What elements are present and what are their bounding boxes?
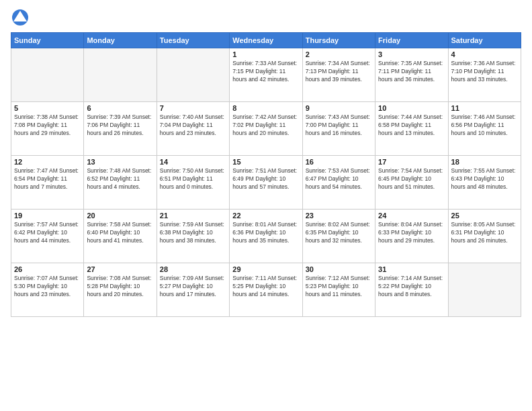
calendar-cell	[84, 48, 157, 102]
day-number: 14	[160, 158, 226, 166]
day-number: 1	[232, 50, 299, 58]
day-number: 21	[160, 212, 226, 220]
day-info: Sunrise: 7:09 AM Sunset: 5:27 PM Dayligh…	[160, 275, 226, 299]
week-row-4: 26Sunrise: 7:07 AM Sunset: 5:30 PM Dayli…	[11, 263, 521, 317]
day-info: Sunrise: 7:39 AM Sunset: 7:06 PM Dayligh…	[87, 113, 153, 138]
day-info: Sunrise: 7:12 AM Sunset: 5:23 PM Dayligh…	[306, 275, 372, 299]
day-info: Sunrise: 8:02 AM Sunset: 6:35 PM Dayligh…	[306, 221, 372, 245]
day-info: Sunrise: 7:35 AM Sunset: 7:11 PM Dayligh…	[378, 60, 445, 84]
day-info: Sunrise: 7:08 AM Sunset: 5:28 PM Dayligh…	[87, 275, 153, 299]
day-number: 9	[306, 104, 372, 112]
calendar-cell: 31Sunrise: 7:14 AM Sunset: 5:22 PM Dayli…	[375, 263, 448, 317]
day-info: Sunrise: 7:51 AM Sunset: 6:49 PM Dayligh…	[232, 167, 299, 191]
day-number: 25	[451, 212, 518, 220]
weekday-header-tuesday: Tuesday	[157, 33, 229, 48]
calendar-cell: 14Sunrise: 7:50 AM Sunset: 6:51 PM Dayli…	[157, 156, 229, 210]
day-info: Sunrise: 7:38 AM Sunset: 7:08 PM Dayligh…	[14, 113, 81, 138]
day-info: Sunrise: 7:57 AM Sunset: 6:42 PM Dayligh…	[14, 221, 81, 245]
day-number: 5	[14, 104, 81, 112]
calendar-cell: 4Sunrise: 7:36 AM Sunset: 7:10 PM Daylig…	[448, 48, 521, 102]
weekday-header-row: SundayMondayTuesdayWednesdayThursdayFrid…	[11, 33, 521, 48]
calendar-cell: 5Sunrise: 7:38 AM Sunset: 7:08 PM Daylig…	[11, 102, 84, 156]
day-number: 17	[378, 158, 445, 166]
day-number: 10	[378, 104, 445, 112]
day-info: Sunrise: 7:50 AM Sunset: 6:51 PM Dayligh…	[160, 167, 226, 191]
calendar-cell: 15Sunrise: 7:51 AM Sunset: 6:49 PM Dayli…	[230, 156, 302, 210]
calendar-cell: 29Sunrise: 7:11 AM Sunset: 5:25 PM Dayli…	[230, 263, 302, 317]
calendar-cell: 12Sunrise: 7:47 AM Sunset: 6:54 PM Dayli…	[11, 156, 84, 210]
calendar-cell: 10Sunrise: 7:44 AM Sunset: 6:58 PM Dayli…	[375, 102, 448, 156]
week-row-0: 1Sunrise: 7:33 AM Sunset: 7:15 PM Daylig…	[11, 48, 521, 102]
calendar-cell: 2Sunrise: 7:34 AM Sunset: 7:13 PM Daylig…	[302, 48, 375, 102]
day-number: 27	[87, 265, 153, 273]
day-info: Sunrise: 7:43 AM Sunset: 7:00 PM Dayligh…	[306, 113, 372, 138]
day-info: Sunrise: 8:04 AM Sunset: 6:33 PM Dayligh…	[378, 221, 445, 245]
day-info: Sunrise: 7:55 AM Sunset: 6:43 PM Dayligh…	[451, 167, 518, 191]
day-info: Sunrise: 7:59 AM Sunset: 6:38 PM Dayligh…	[160, 221, 226, 245]
weekday-header-sunday: Sunday	[11, 33, 84, 48]
day-info: Sunrise: 8:01 AM Sunset: 6:36 PM Dayligh…	[232, 221, 299, 245]
calendar-cell: 3Sunrise: 7:35 AM Sunset: 7:11 PM Daylig…	[375, 48, 448, 102]
calendar-cell: 9Sunrise: 7:43 AM Sunset: 7:00 PM Daylig…	[302, 102, 375, 156]
week-row-2: 12Sunrise: 7:47 AM Sunset: 6:54 PM Dayli…	[11, 156, 521, 210]
header	[11, 8, 521, 27]
calendar-cell: 25Sunrise: 8:05 AM Sunset: 6:31 PM Dayli…	[448, 210, 521, 263]
calendar-cell: 17Sunrise: 7:54 AM Sunset: 6:45 PM Dayli…	[375, 156, 448, 210]
day-info: Sunrise: 7:34 AM Sunset: 7:13 PM Dayligh…	[306, 60, 372, 84]
calendar-cell: 18Sunrise: 7:55 AM Sunset: 6:43 PM Dayli…	[448, 156, 521, 210]
day-info: Sunrise: 7:40 AM Sunset: 7:04 PM Dayligh…	[160, 113, 226, 138]
calendar-cell: 20Sunrise: 7:58 AM Sunset: 6:40 PM Dayli…	[84, 210, 157, 263]
calendar-cell	[157, 48, 229, 102]
day-number: 20	[87, 212, 153, 220]
day-info: Sunrise: 7:58 AM Sunset: 6:40 PM Dayligh…	[87, 221, 153, 245]
day-number: 11	[451, 104, 518, 112]
calendar-cell: 1Sunrise: 7:33 AM Sunset: 7:15 PM Daylig…	[230, 48, 302, 102]
calendar-cell: 30Sunrise: 7:12 AM Sunset: 5:23 PM Dayli…	[302, 263, 375, 317]
week-row-1: 5Sunrise: 7:38 AM Sunset: 7:08 PM Daylig…	[11, 102, 521, 156]
calendar-cell: 19Sunrise: 7:57 AM Sunset: 6:42 PM Dayli…	[11, 210, 84, 263]
logo-icon	[11, 8, 30, 27]
day-info: Sunrise: 7:11 AM Sunset: 5:25 PM Dayligh…	[232, 275, 299, 299]
page: SundayMondayTuesdayWednesdayThursdayFrid…	[0, 0, 532, 411]
day-info: Sunrise: 7:54 AM Sunset: 6:45 PM Dayligh…	[378, 167, 445, 191]
day-number: 13	[87, 158, 153, 166]
day-number: 29	[232, 265, 299, 273]
day-number: 19	[14, 212, 81, 220]
calendar-cell: 13Sunrise: 7:48 AM Sunset: 6:52 PM Dayli…	[84, 156, 157, 210]
day-number: 24	[378, 212, 445, 220]
day-info: Sunrise: 7:48 AM Sunset: 6:52 PM Dayligh…	[87, 167, 153, 191]
day-info: Sunrise: 7:53 AM Sunset: 6:47 PM Dayligh…	[306, 167, 372, 191]
day-number: 12	[14, 158, 81, 166]
day-number: 16	[306, 158, 372, 166]
day-number: 7	[160, 104, 226, 112]
calendar-cell: 8Sunrise: 7:42 AM Sunset: 7:02 PM Daylig…	[230, 102, 302, 156]
calendar-cell: 24Sunrise: 8:04 AM Sunset: 6:33 PM Dayli…	[375, 210, 448, 263]
calendar-cell: 27Sunrise: 7:08 AM Sunset: 5:28 PM Dayli…	[84, 263, 157, 317]
weekday-header-wednesday: Wednesday	[230, 33, 302, 48]
calendar-cell: 6Sunrise: 7:39 AM Sunset: 7:06 PM Daylig…	[84, 102, 157, 156]
day-number: 2	[306, 50, 372, 58]
calendar-table: SundayMondayTuesdayWednesdayThursdayFrid…	[11, 32, 521, 317]
weekday-header-monday: Monday	[84, 33, 157, 48]
day-number: 3	[378, 50, 445, 58]
day-number: 15	[232, 158, 299, 166]
day-info: Sunrise: 7:44 AM Sunset: 6:58 PM Dayligh…	[378, 113, 445, 138]
day-number: 8	[232, 104, 299, 112]
weekday-header-thursday: Thursday	[302, 33, 375, 48]
day-info: Sunrise: 7:47 AM Sunset: 6:54 PM Dayligh…	[14, 167, 81, 191]
calendar-cell: 11Sunrise: 7:46 AM Sunset: 6:56 PM Dayli…	[448, 102, 521, 156]
day-number: 26	[14, 265, 81, 273]
weekday-header-saturday: Saturday	[448, 33, 521, 48]
calendar-cell: 26Sunrise: 7:07 AM Sunset: 5:30 PM Dayli…	[11, 263, 84, 317]
calendar-cell: 7Sunrise: 7:40 AM Sunset: 7:04 PM Daylig…	[157, 102, 229, 156]
day-info: Sunrise: 7:42 AM Sunset: 7:02 PM Dayligh…	[232, 113, 299, 138]
calendar-cell: 28Sunrise: 7:09 AM Sunset: 5:27 PM Dayli…	[157, 263, 229, 317]
day-number: 28	[160, 265, 226, 273]
day-number: 18	[451, 158, 518, 166]
calendar-cell	[448, 263, 521, 317]
day-number: 23	[306, 212, 372, 220]
day-info: Sunrise: 8:05 AM Sunset: 6:31 PM Dayligh…	[451, 221, 518, 245]
weekday-header-friday: Friday	[375, 33, 448, 48]
logo	[11, 8, 32, 27]
day-info: Sunrise: 7:14 AM Sunset: 5:22 PM Dayligh…	[378, 275, 445, 299]
